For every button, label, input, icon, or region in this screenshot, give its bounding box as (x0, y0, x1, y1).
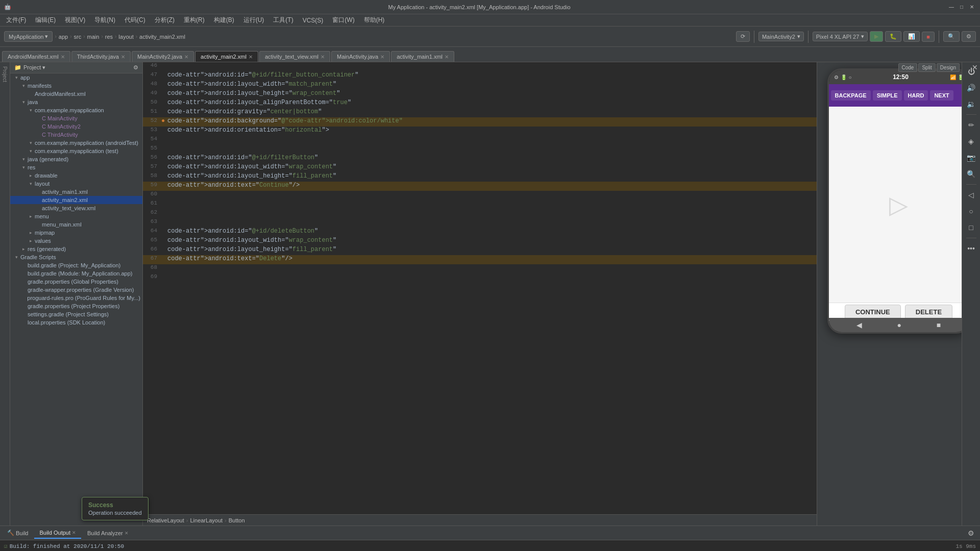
tree-item-activity-main2-xml[interactable]: activity_main2.xml (10, 196, 142, 204)
build-output-close[interactable]: ✕ (72, 530, 76, 535)
tab-activity-text-view-xml[interactable]: activity_text_view.xml✕ (259, 51, 330, 62)
project-selector[interactable]: MyApplication▾ (4, 31, 53, 42)
tree-item-com-example-myapplication--tes[interactable]: ▾com.example.myapplication (test) (10, 147, 142, 155)
breadcrumb-relativelayout[interactable]: RelativeLayout (147, 517, 184, 523)
tree-item-values[interactable]: ▸values (10, 237, 142, 245)
profile-button[interactable]: 📊 (903, 31, 920, 42)
tree-item-res[interactable]: ▾res (10, 163, 142, 171)
sync-btn[interactable]: ⟳ (736, 31, 750, 42)
project-panel-tab[interactable]: Project (2, 66, 8, 82)
phone-recent-btn[interactable]: ■ (937, 321, 941, 329)
menu-item-z[interactable]: 分析(Z) (151, 15, 179, 26)
tree-item-drawable[interactable]: ▸drawable (10, 171, 142, 180)
erase-btn[interactable]: ◈ (964, 134, 978, 148)
tab-thirdactivity-java[interactable]: ThirdActivity.java✕ (71, 51, 131, 62)
tree-item-mainactivity[interactable]: C MainActivity (10, 114, 142, 122)
tree-item-activity-text-view-xml[interactable]: activity_text_view.xml (10, 204, 142, 212)
tab-close-ThirdActivityjava[interactable]: ✕ (121, 54, 125, 60)
screenshot-btn[interactable]: 📷 (964, 151, 978, 165)
menu-item-r[interactable]: 重构(R) (180, 15, 209, 26)
settings-btn[interactable]: ⚙ (962, 31, 976, 42)
build-output-tab[interactable]: Build Output ✕ (34, 528, 81, 539)
back-btn[interactable]: ◁ (964, 188, 978, 202)
tree-item-app[interactable]: ▾app (10, 73, 142, 82)
menu-item-n[interactable]: 导航(N) (90, 15, 119, 26)
tree-item-local-properties--sdk-location[interactable]: local.properties (SDK Location) (10, 318, 142, 327)
tree-item-gradle-wrapper-properties--gra[interactable]: gradle-wrapper.properties (Gradle Versio… (10, 286, 142, 294)
menu-item-f[interactable]: 文件(F) (2, 15, 30, 26)
tab-close-activitymain1xml[interactable]: ✕ (445, 54, 449, 60)
tab-activity-main2-xml[interactable]: activity_main2.xml✕ (195, 51, 258, 62)
tree-item-com-example-myapplication[interactable]: ▾com.example.myapplication (10, 106, 142, 114)
menu-item-e[interactable]: 编辑(E) (31, 15, 60, 26)
close-button[interactable]: ✕ (968, 3, 976, 11)
maximize-button[interactable]: □ (958, 3, 966, 11)
phone-continue-btn[interactable]: CONTINUE (845, 305, 901, 319)
debug-button[interactable]: 🐛 (885, 31, 901, 42)
tree-item-activity-main1-xml[interactable]: activity_main1.xml (10, 188, 142, 196)
phone-back-btn[interactable]: ◀ (856, 321, 862, 329)
tree-item-settings-gradle--project-setti[interactable]: settings.gradle (Project Settings) (10, 310, 142, 318)
vol-up-btn[interactable]: 🔊 (964, 81, 978, 95)
breadcrumb-button[interactable]: Button (229, 517, 245, 523)
tree-item-com-example-myapplication--and[interactable]: ▾com.example.myapplication (androidTest) (10, 139, 142, 147)
tab-activity-main1-xml[interactable]: activity_main1.xml✕ (391, 51, 454, 62)
run-config-selector[interactable]: MainActivity2▾ (758, 32, 804, 41)
menu-item-v[interactable]: 视图(V) (61, 15, 89, 26)
tree-item-java[interactable]: ▾java (10, 98, 142, 106)
code-content[interactable]: 46 47 code-attr">android:id="@+id/filter… (143, 62, 817, 514)
preview-close-btn[interactable]: ✕ (972, 63, 978, 71)
tab-close-activitymain2xml[interactable]: ✕ (249, 54, 253, 60)
tab-close-MainActivity2java[interactable]: ✕ (184, 54, 188, 60)
project-settings-btn[interactable]: ⚙ (133, 64, 138, 71)
tree-item-mipmap[interactable]: ▸mipmap (10, 229, 142, 237)
search-everywhere-btn[interactable]: 🔍 (943, 31, 960, 42)
split-view-btn[interactable]: Split (918, 63, 935, 72)
edit-btn[interactable]: ✏ (964, 118, 978, 132)
tab-close-MainActivityjava[interactable]: ✕ (380, 54, 384, 60)
tree-item-gradle-properties--project-pro[interactable]: gradle.properties (Project Properties) (10, 302, 142, 310)
phone-backpage-btn[interactable]: BACKPAGE (831, 90, 871, 101)
design-view-btn[interactable]: Design (937, 63, 960, 72)
tree-item-thirdactivity[interactable]: C ThirdActivity (10, 131, 142, 139)
bottom-settings[interactable]: ⚙ (964, 526, 978, 540)
tree-item-layout[interactable]: ▾layout (10, 180, 142, 188)
breadcrumb-linearlayout[interactable]: LinearLayout (190, 517, 223, 523)
zoom-btn[interactable]: 🔍 (964, 167, 978, 181)
tree-item-androidmanifest-xml[interactable]: AndroidManifest.xml (10, 90, 142, 98)
tree-item-build-gradle--module--my-appli[interactable]: build.gradle (Module: My_Application.app… (10, 269, 142, 278)
menu-item-vcss[interactable]: VCS(S) (299, 16, 328, 25)
tree-item-res--generated-[interactable]: ▸res (generated) (10, 245, 142, 253)
build-tab[interactable]: 🔨 Build (2, 528, 33, 538)
stop-button[interactable]: ■ (922, 32, 935, 42)
menu-item-b[interactable]: 构建(B) (210, 15, 238, 26)
home-btn[interactable]: ○ (964, 204, 978, 218)
code-view-btn[interactable]: Code (898, 63, 918, 72)
tab-close-AndroidManifestxml[interactable]: ✕ (61, 54, 65, 60)
menu-item-h[interactable]: 帮助(H) (360, 15, 389, 26)
menu-item-t[interactable]: 工具(T) (269, 15, 297, 26)
tree-item-build-gradle--project--my-appl[interactable]: build.gradle (Project: My_Application) (10, 261, 142, 269)
bottom-content[interactable]: ☑ Build: finished at 2020/11/1 20:50 1s … (0, 540, 980, 551)
vol-down-btn[interactable]: 🔉 (964, 97, 978, 111)
tree-item-gradle-properties--global-prop[interactable]: gradle.properties (Global Properties) (10, 278, 142, 286)
tree-item-proguard-rules-pro--proguard-r[interactable]: proguard-rules.pro (ProGuard Rules for M… (10, 294, 142, 302)
tab-mainactivity-java[interactable]: MainActivity.java✕ (331, 51, 390, 62)
menu-item-c[interactable]: 代码(C) (120, 15, 150, 26)
minimize-button[interactable]: — (947, 3, 955, 11)
tab-androidmanifest-xml[interactable]: AndroidManifest.xml✕ (2, 51, 70, 62)
phone-next-btn[interactable]: NEXT (930, 90, 953, 101)
more-btn[interactable]: ••• (964, 241, 978, 256)
tab-close-activitytextviewxml[interactable]: ✕ (321, 54, 325, 60)
phone-delete-btn[interactable]: DELETE (905, 305, 952, 319)
tree-item-manifests[interactable]: ▾manifests (10, 82, 142, 90)
phone-hard-btn[interactable]: HARD (904, 90, 928, 101)
phone-simple-btn[interactable]: SIMPLE (873, 90, 902, 101)
build-analyzer-tab[interactable]: Build Analyzer ✕ (82, 528, 134, 538)
tree-item-menu-main-xml[interactable]: menu_main.xml (10, 220, 142, 229)
build-analyzer-close[interactable]: ✕ (125, 531, 129, 536)
tree-item-menu[interactable]: ▸menu (10, 212, 142, 220)
tree-item-java--generated-[interactable]: ▾java (generated) (10, 155, 142, 163)
phone-home-btn[interactable]: ● (897, 321, 901, 329)
menu-item-u[interactable]: 运行(U) (239, 15, 268, 26)
